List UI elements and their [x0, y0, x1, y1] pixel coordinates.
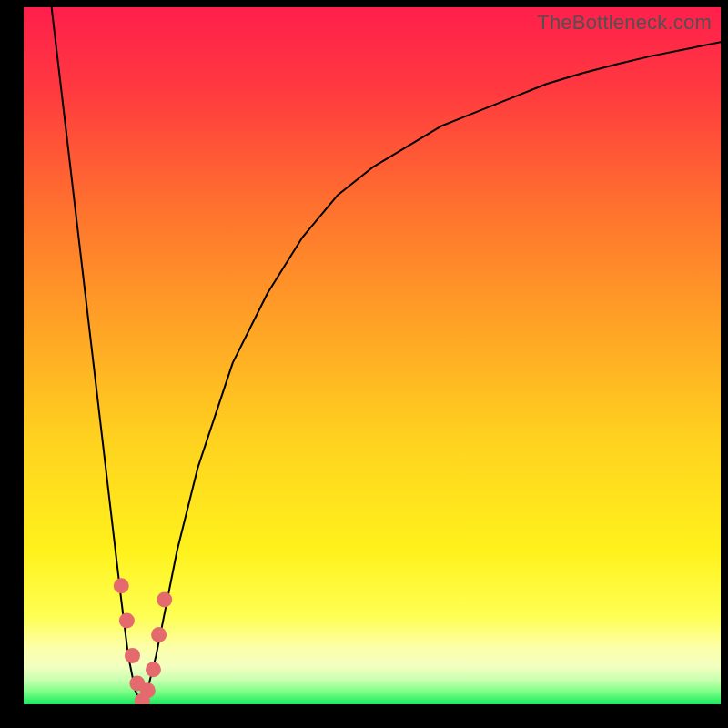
- dip-marker: [114, 578, 129, 593]
- chart-frame: TheBottleneck.com: [0, 0, 728, 728]
- watermark-text: TheBottleneck.com: [537, 11, 712, 35]
- dip-marker: [125, 648, 140, 663]
- dip-marker: [157, 592, 172, 608]
- dip-marker: [119, 613, 135, 629]
- dip-marker: [140, 682, 156, 698]
- bottleneck-chart: [24, 7, 721, 704]
- dip-marker: [146, 662, 161, 677]
- gradient-background: [24, 7, 721, 704]
- dip-marker: [151, 627, 167, 642]
- plot-area: TheBottleneck.com: [24, 7, 721, 704]
